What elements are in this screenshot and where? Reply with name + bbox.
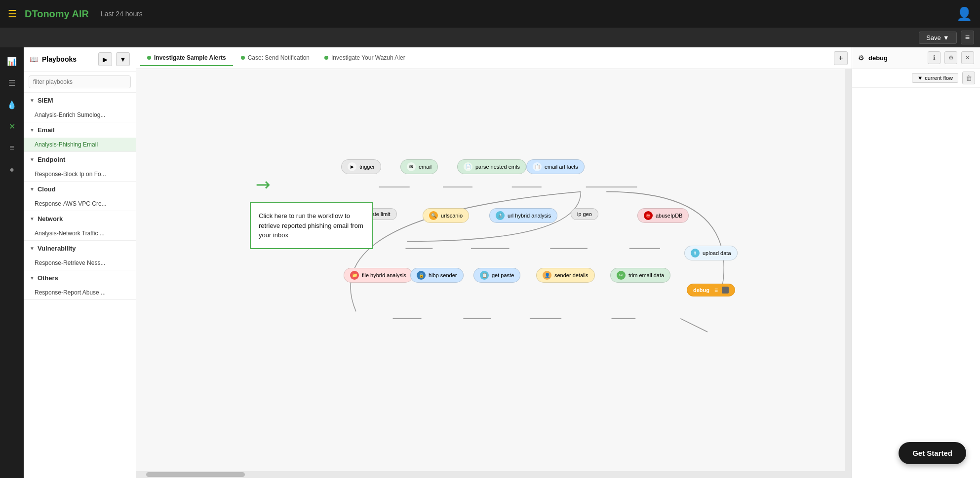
node-debug[interactable]: debug ≡ — [687, 284, 735, 296]
sidebar-group-header-network[interactable]: ▼ Network — [24, 211, 136, 226]
sidebar-title: Playbooks — [42, 55, 94, 63]
hibp-icon: 🔒 — [417, 271, 426, 280]
sidebar-group-others: ▼ Others Response-Report Abuse ... — [24, 270, 136, 300]
sidebar-group-vulnerability: ▼ Vulnerability Response-Retrieve Ness..… — [24, 241, 136, 270]
sidebar-item-cloud-0[interactable]: Response-AWS VPC Cre... — [24, 197, 136, 211]
parse-icon: 📄 — [464, 162, 472, 171]
node-file-hybrid[interactable]: 📁 file hybrid analysis — [344, 268, 413, 283]
sidebar-item-email-0[interactable]: Analysis-Phishing Email — [24, 138, 136, 151]
debug-settings-btn[interactable]: ⚙ — [944, 51, 957, 64]
get-started-button[interactable]: Get Started — [899, 442, 966, 464]
svg-line-12 — [680, 319, 707, 332]
node-email[interactable]: ✉ email — [400, 159, 438, 174]
debug-info-btn[interactable]: ℹ — [928, 51, 941, 64]
upload-icon: ⬆ — [691, 249, 700, 257]
icon-bar-dot[interactable]: ● — [3, 161, 21, 179]
toolbar-row: Save ▼ ≡ — [0, 28, 980, 47]
sidebar-group-header-email[interactable]: ▼ Email — [24, 122, 136, 138]
current-flow-label: current flow — [925, 75, 953, 81]
tab-dot-1 — [241, 56, 245, 60]
tooltip-box[interactable]: Click here to run the workflow to retrie… — [250, 202, 373, 249]
icon-bar-menu[interactable]: ≡ — [3, 139, 21, 157]
sidebar-more-btn[interactable]: ▼ — [116, 52, 130, 66]
main-layout: 📊 ☰ 💧 ✕ ≡ ● 📖 Playbooks ▶ ▼ ▼ SIEM Analy… — [0, 47, 980, 478]
abuseipdb-icon: ⛔ — [644, 211, 653, 220]
sidebar-group-endpoint: ▼ Endpoint Response-Block Ip on Fo... — [24, 152, 136, 182]
topbar: ☰ DTonomy AIR Last 24 hours 👤 — [0, 0, 980, 28]
sidebar-group-network: ▼ Network Analysis-Network Traffic ... — [24, 211, 136, 241]
user-icon[interactable]: 👤 — [956, 6, 972, 22]
debug-panel-header: ⚙ debug ℹ ⚙ ✕ — [852, 47, 980, 69]
menu-icon[interactable]: ☰ — [8, 8, 17, 20]
trigger-icon: ▶ — [348, 162, 356, 171]
sidebar-group-header-others[interactable]: ▼ Others — [24, 270, 136, 286]
sender-icon: 👤 — [543, 271, 551, 280]
node-email-artifacts[interactable]: 📋 email artifacts — [526, 159, 585, 174]
tab-2[interactable]: Investigate Your Wazuh Aler — [317, 50, 412, 66]
node-upload-data[interactable]: ⬆ upload data — [684, 246, 738, 260]
sidebar-group-cloud: ▼ Cloud Response-AWS VPC Cre... — [24, 182, 136, 211]
urlscanio-icon: 🔍 — [429, 211, 438, 220]
tab-dot-2 — [324, 56, 328, 60]
file-hybrid-icon: 📁 — [350, 271, 359, 280]
sidebar-header: 📖 Playbooks ▶ ▼ — [24, 47, 136, 72]
current-flow-badge[interactable]: ▼ current flow — [912, 73, 958, 83]
app-subtitle: Last 24 hours — [101, 10, 143, 18]
node-trim-email[interactable]: ✂ trim email data — [610, 268, 670, 283]
app-logo: DTonomy AIR — [25, 8, 89, 20]
sidebar-group-header-siem[interactable]: ▼ SIEM — [24, 93, 136, 108]
content-area: Investigate Sample Alerts Case: Send Not… — [136, 47, 852, 478]
url-hybrid-icon: 🔬 — [496, 211, 505, 220]
sidebar: 📖 Playbooks ▶ ▼ ▼ SIEM Analysis-Enrich S… — [24, 47, 136, 478]
node-hibp-sender[interactable]: 🔒 hibp sender — [410, 268, 464, 283]
tab-add-button[interactable]: + — [834, 51, 848, 65]
toolbar-more-button[interactable]: ≡ — [961, 31, 974, 44]
tabs-row: Investigate Sample Alerts Case: Send Not… — [136, 47, 852, 69]
tooltip-text: Click here to run the workflow to retrie… — [259, 212, 363, 239]
canvas-vertical-scrollbar[interactable] — [845, 69, 852, 471]
canvas-wrapper[interactable]: Click here to run the workflow to retrie… — [136, 69, 852, 478]
save-button[interactable]: Save ▼ — [919, 32, 957, 44]
tab-1[interactable]: Case: Send Notification — [234, 50, 316, 66]
sidebar-group-header-endpoint[interactable]: ▼ Endpoint — [24, 152, 136, 167]
icon-bar-active[interactable]: ✕ — [3, 117, 21, 135]
debug-delete-btn[interactable]: 🗑 — [962, 72, 975, 84]
sidebar-search-input[interactable] — [29, 75, 131, 88]
debug-close-btn[interactable]: ✕ — [961, 51, 974, 64]
node-abuseipdb[interactable]: ⛔ abuseIpDB — [637, 208, 689, 223]
sidebar-run-btn[interactable]: ▶ — [98, 52, 112, 66]
sidebar-item-vulnerability-0[interactable]: Response-Retrieve Ness... — [24, 256, 136, 270]
node-parse-nested[interactable]: 📄 parse nested emls — [457, 159, 526, 174]
node-url-hybrid[interactable]: 🔬 url hybrid analysis — [489, 208, 557, 223]
node-get-paste[interactable]: 📋 get paste — [473, 268, 520, 283]
email-icon: ✉ — [407, 162, 416, 171]
sidebar-group-header-cloud[interactable]: ▼ Cloud — [24, 182, 136, 197]
canvas-hscroll-thumb[interactable] — [146, 472, 245, 477]
icon-bar-dashboard[interactable]: 📊 — [3, 52, 21, 70]
sidebar-item-siem-0[interactable]: Analysis-Enrich Sumolog... — [24, 108, 136, 122]
debug-panel: ⚙ debug ℹ ⚙ ✕ ▼ current flow 🗑 — [852, 47, 980, 478]
artifacts-icon: 📋 — [533, 162, 542, 171]
debug-panel-title: debug — [868, 54, 924, 62]
sidebar-group-header-vulnerability[interactable]: ▼ Vulnerability — [24, 241, 136, 256]
node-sender-details[interactable]: 👤 sender details — [536, 268, 595, 283]
node-trigger[interactable]: ▶ trigger — [341, 159, 381, 174]
sidebar-item-endpoint-0[interactable]: Response-Block Ip on Fo... — [24, 167, 136, 181]
debug-filter-row: ▼ current flow 🗑 — [852, 69, 980, 88]
workflow-canvas[interactable]: Click here to run the workflow to retrie… — [136, 69, 852, 478]
tab-dot-0 — [147, 56, 151, 60]
filter-icon: ▼ — [917, 75, 923, 81]
sidebar-group-siem: ▼ SIEM Analysis-Enrich Sumolog... — [24, 93, 136, 122]
sidebar-item-network-0[interactable]: Analysis-Network Traffic ... — [24, 226, 136, 240]
canvas-horizontal-scrollbar[interactable] — [136, 471, 852, 478]
tab-0[interactable]: Investigate Sample Alerts — [140, 50, 233, 66]
icon-bar-drop[interactable]: 💧 — [3, 96, 21, 113]
trim-icon: ✂ — [617, 271, 626, 280]
sidebar-item-others-0[interactable]: Response-Report Abuse ... — [24, 286, 136, 299]
sidebar-group-email: ▼ Email Analysis-Phishing Email — [24, 122, 136, 152]
icon-bar: 📊 ☰ 💧 ✕ ≡ ● — [0, 47, 24, 478]
sidebar-search-container — [24, 72, 136, 93]
node-urlscanio[interactable]: 🔍 urlscanio — [423, 208, 469, 223]
node-ip-geo[interactable]: ip geo — [571, 208, 598, 220]
icon-bar-list[interactable]: ☰ — [3, 74, 21, 92]
